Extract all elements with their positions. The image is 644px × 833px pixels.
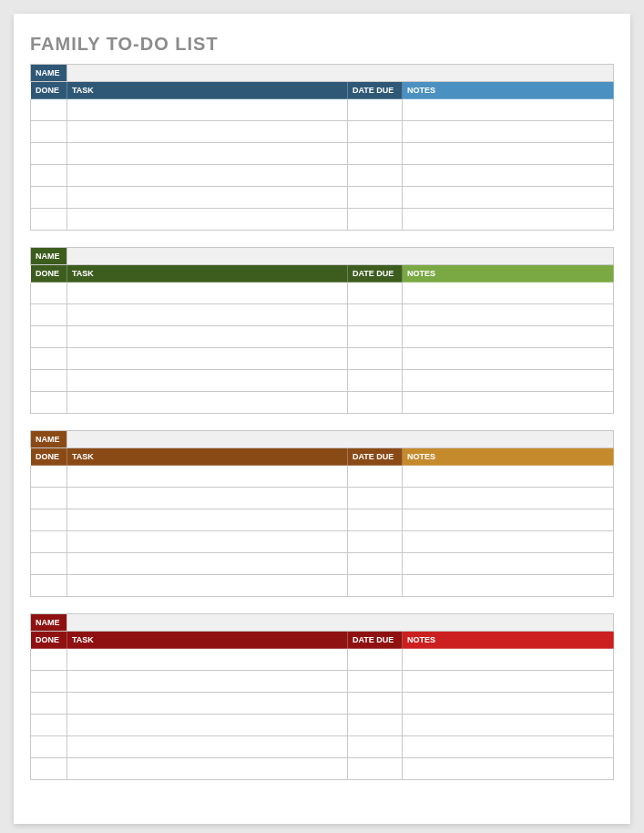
cell-date-due[interactable] <box>348 671 403 693</box>
cell-notes[interactable] <box>403 304 614 326</box>
cell-notes[interactable] <box>403 165 614 187</box>
cell-done[interactable] <box>31 370 67 392</box>
cell-notes[interactable] <box>403 488 614 509</box>
cell-task[interactable] <box>67 715 348 736</box>
cell-date-due[interactable] <box>348 531 403 553</box>
cell-task[interactable] <box>67 370 348 392</box>
cell-date-due[interactable] <box>348 304 403 326</box>
cell-done[interactable] <box>31 736 67 758</box>
cell-date-due[interactable] <box>348 553 403 575</box>
cell-date-due[interactable] <box>348 370 403 392</box>
cell-done[interactable] <box>31 466 67 488</box>
cell-done[interactable] <box>31 143 67 165</box>
cell-done[interactable] <box>31 531 67 553</box>
name-input[interactable] <box>67 614 613 631</box>
cell-task[interactable] <box>67 509 348 531</box>
cell-task[interactable] <box>67 575 348 597</box>
cell-date-due[interactable] <box>348 121 403 143</box>
cell-task[interactable] <box>67 143 348 165</box>
cell-done[interactable] <box>31 715 67 736</box>
cell-notes[interactable] <box>403 466 614 488</box>
cell-task[interactable] <box>67 99 348 121</box>
cell-date-due[interactable] <box>348 693 403 715</box>
cell-done[interactable] <box>31 575 67 597</box>
cell-notes[interactable] <box>403 758 614 780</box>
cell-date-due[interactable] <box>348 326 403 348</box>
cell-notes[interactable] <box>403 715 614 736</box>
cell-done[interactable] <box>31 649 67 671</box>
cell-task[interactable] <box>67 187 348 209</box>
cell-done[interactable] <box>31 758 67 780</box>
cell-date-due[interactable] <box>348 99 403 121</box>
cell-task[interactable] <box>67 326 348 348</box>
cell-notes[interactable] <box>403 736 614 758</box>
cell-date-due[interactable] <box>348 466 403 488</box>
cell-task[interactable] <box>67 283 348 304</box>
cell-date-due[interactable] <box>348 392 403 414</box>
cell-notes[interactable] <box>403 575 614 597</box>
cell-task[interactable] <box>67 649 348 671</box>
cell-done[interactable] <box>31 283 67 304</box>
cell-notes[interactable] <box>403 209 614 231</box>
cell-done[interactable] <box>31 165 67 187</box>
cell-done[interactable] <box>31 209 67 231</box>
cell-task[interactable] <box>67 466 348 488</box>
cell-date-due[interactable] <box>348 143 403 165</box>
cell-done[interactable] <box>31 488 67 509</box>
cell-date-due[interactable] <box>348 736 403 758</box>
cell-notes[interactable] <box>403 326 614 348</box>
cell-done[interactable] <box>31 509 67 531</box>
cell-date-due[interactable] <box>348 187 403 209</box>
cell-task[interactable] <box>67 121 348 143</box>
cell-date-due[interactable] <box>348 165 403 187</box>
cell-task[interactable] <box>67 553 348 575</box>
name-input[interactable] <box>67 65 613 81</box>
cell-task[interactable] <box>67 736 348 758</box>
cell-notes[interactable] <box>403 693 614 715</box>
cell-done[interactable] <box>31 304 67 326</box>
cell-notes[interactable] <box>403 370 614 392</box>
cell-date-due[interactable] <box>348 715 403 736</box>
cell-task[interactable] <box>67 693 348 715</box>
cell-notes[interactable] <box>403 649 614 671</box>
cell-notes[interactable] <box>403 671 614 693</box>
cell-date-due[interactable] <box>348 758 403 780</box>
cell-notes[interactable] <box>403 99 614 121</box>
cell-notes[interactable] <box>403 392 614 414</box>
cell-date-due[interactable] <box>348 488 403 509</box>
cell-done[interactable] <box>31 693 67 715</box>
cell-date-due[interactable] <box>348 209 403 231</box>
cell-date-due[interactable] <box>348 348 403 370</box>
cell-date-due[interactable] <box>348 575 403 597</box>
cell-done[interactable] <box>31 187 67 209</box>
cell-done[interactable] <box>31 392 67 414</box>
cell-notes[interactable] <box>403 509 614 531</box>
cell-notes[interactable] <box>403 531 614 553</box>
cell-notes[interactable] <box>403 348 614 370</box>
cell-date-due[interactable] <box>348 509 403 531</box>
cell-task[interactable] <box>67 671 348 693</box>
cell-notes[interactable] <box>403 553 614 575</box>
cell-notes[interactable] <box>403 121 614 143</box>
cell-date-due[interactable] <box>348 283 403 304</box>
cell-task[interactable] <box>67 531 348 553</box>
cell-done[interactable] <box>31 326 67 348</box>
cell-task[interactable] <box>67 304 348 326</box>
cell-notes[interactable] <box>403 187 614 209</box>
cell-done[interactable] <box>31 671 67 693</box>
cell-notes[interactable] <box>403 143 614 165</box>
cell-done[interactable] <box>31 121 67 143</box>
cell-notes[interactable] <box>403 283 614 304</box>
cell-task[interactable] <box>67 348 348 370</box>
cell-task[interactable] <box>67 758 348 780</box>
cell-done[interactable] <box>31 99 67 121</box>
cell-date-due[interactable] <box>348 649 403 671</box>
name-input[interactable] <box>67 248 613 264</box>
cell-done[interactable] <box>31 348 67 370</box>
cell-task[interactable] <box>67 209 348 231</box>
cell-task[interactable] <box>67 165 348 187</box>
name-input[interactable] <box>67 431 613 447</box>
cell-task[interactable] <box>67 392 348 414</box>
cell-done[interactable] <box>31 553 67 575</box>
cell-task[interactable] <box>67 488 348 509</box>
